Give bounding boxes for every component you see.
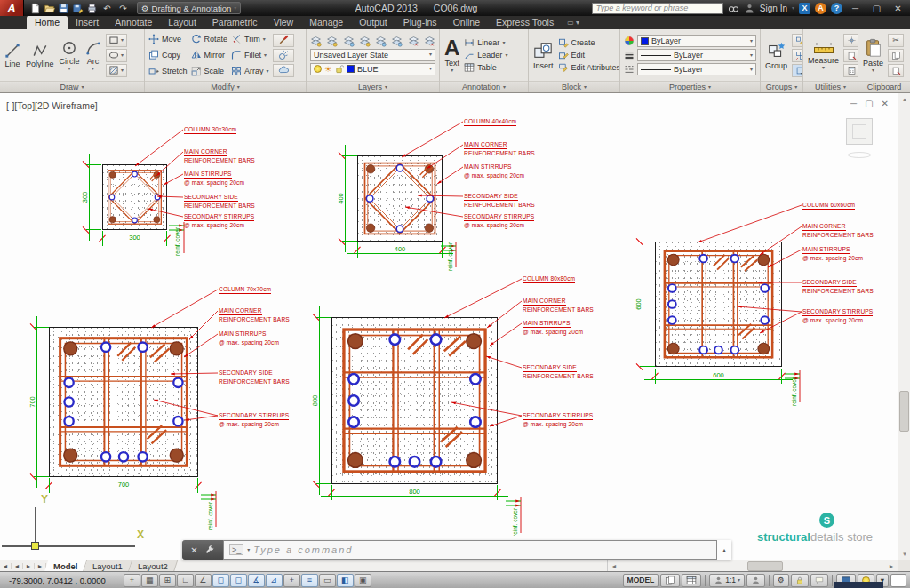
create-block-button[interactable]: Create — [558, 37, 619, 48]
scale-button[interactable]: Scale — [191, 63, 228, 79]
layer-lock-icon[interactable] — [375, 36, 387, 47]
ribbon-tab-annotate[interactable]: Annotate — [107, 16, 160, 29]
polar-tracking-toggle[interactable]: ∠ — [195, 574, 212, 587]
new-file-button[interactable] — [29, 3, 41, 14]
undo-button[interactable]: ↶ — [100, 2, 114, 14]
trim-button[interactable]: Trim▾ — [231, 31, 269, 47]
ribbon-tab-output[interactable]: Output — [351, 16, 395, 29]
panel-label-annotation[interactable]: Annotation▾ — [440, 81, 528, 92]
fillet-button[interactable]: Fillet▾ — [231, 47, 269, 63]
viewport-controls-label[interactable]: [-][Top][2D Wireframe] — [6, 100, 98, 111]
grid-display-toggle[interactable]: ⊞ — [159, 574, 176, 587]
object-snap-tracking-toggle[interactable]: ∡ — [248, 574, 265, 587]
circle-tool-button[interactable]: Circle▾ — [57, 30, 83, 80]
window-maximize-button[interactable]: ▢ — [868, 2, 885, 14]
clean-screen-button[interactable] — [890, 574, 906, 587]
tab-layout2[interactable]: Layout2 — [129, 560, 178, 572]
sign-in-caret-icon[interactable]: ▾ — [792, 6, 794, 11]
transparency-toggle[interactable]: ▭ — [319, 574, 336, 587]
quick-view-drawings-button[interactable] — [682, 574, 701, 587]
command-caret-icon[interactable]: ▾ — [247, 548, 250, 552]
window-close-button[interactable]: ✕ — [890, 2, 906, 14]
text-tool-button[interactable]: AText▾ — [442, 30, 462, 80]
table-button[interactable]: Table — [464, 62, 524, 73]
scroll-left-icon[interactable]: ◄ — [608, 563, 620, 569]
layer-dropdown[interactable]: ☀ BLUE ▾ — [310, 63, 435, 75]
explode-button[interactable] — [273, 64, 294, 77]
erase-button[interactable] — [273, 49, 294, 62]
workspace-switching-button[interactable]: ⚙ — [773, 574, 789, 587]
arc-tool-button[interactable]: Arc▾ — [83, 30, 104, 80]
vertical-scroll-thumb[interactable] — [899, 391, 909, 432]
tab-first-button[interactable]: ◄ — [0, 563, 12, 569]
stretch-button[interactable]: Stretch — [148, 63, 188, 79]
panel-label-modify[interactable]: Modify▾ — [145, 81, 306, 92]
snap-mode-toggle[interactable]: ▦ — [141, 574, 158, 587]
polyline-tool-button[interactable]: Polyline — [23, 30, 57, 80]
layer-freeze-icon[interactable] — [359, 36, 371, 47]
ribbon-tab-insert[interactable]: Insert — [68, 16, 107, 29]
linetype-dropdown[interactable]: ByLayer▾ — [637, 63, 756, 75]
move-button[interactable]: Move — [148, 31, 188, 47]
panel-label-clipboard[interactable]: Clipboard — [858, 81, 910, 92]
panel-label-groups[interactable]: Groups▾ — [761, 81, 802, 92]
workspace-switcher[interactable]: ⚙ Drafting & Annotation ▾ — [137, 2, 241, 14]
rectangle-tool-button[interactable]: ▾ — [106, 34, 127, 47]
lineweight-display-toggle[interactable]: ≡ — [301, 574, 318, 587]
layer-on-icon[interactable] — [314, 65, 322, 73]
panel-label-block[interactable]: Block▾ — [529, 81, 619, 92]
paste-button[interactable]: Paste▾ — [860, 30, 886, 80]
dynamic-ucs-toggle[interactable]: ⊿ — [266, 574, 283, 587]
group-edit-button[interactable] — [792, 34, 802, 47]
scroll-down-icon[interactable]: ▼ — [898, 548, 910, 560]
infer-constraints-toggle[interactable]: + — [124, 574, 140, 587]
tab-layout1[interactable]: Layout1 — [84, 560, 132, 572]
search-input[interactable]: Type a keyword or phrase — [592, 3, 723, 14]
autocad-logo-icon[interactable]: A — [0, 0, 24, 16]
doc-restore-icon[interactable]: ▢ — [865, 99, 873, 108]
dynamic-input-toggle[interactable]: + — [283, 574, 300, 587]
edit-block-button[interactable]: Edit — [558, 50, 619, 60]
panel-label-draw[interactable]: Draw▾ — [0, 81, 144, 92]
ribbon-tab-online[interactable]: Online — [445, 16, 488, 29]
hatch-tool-button[interactable]: ▾ — [106, 64, 127, 77]
circle-caret-icon[interactable]: ▾ — [68, 67, 71, 71]
exchange-apps-icon[interactable]: X — [799, 3, 810, 14]
layer-isolate-icon[interactable] — [343, 36, 355, 47]
match-properties-button[interactable] — [273, 34, 294, 47]
save-as-button[interactable] — [72, 3, 84, 14]
model-space-button[interactable]: MODEL — [623, 574, 659, 587]
ellipse-tool-button[interactable]: ▾ — [106, 49, 127, 62]
layer-walk-icon[interactable] — [408, 36, 419, 47]
coordinates-readout[interactable]: -79.3000, 7.0412 , 0.0000 — [4, 574, 111, 587]
layer-color-swatch[interactable] — [347, 65, 355, 73]
viewcube-compass[interactable] — [848, 152, 871, 158]
lineweight-icon[interactable] — [624, 50, 635, 60]
panel-label-layers[interactable]: Layers▾ — [307, 81, 439, 92]
panel-label-utilities[interactable]: Utilities▾ — [803, 81, 858, 92]
doc-close-icon[interactable]: ✕ — [882, 99, 889, 108]
layer-match-icon[interactable] — [424, 36, 435, 47]
tab-model[interactable]: Model — [44, 560, 88, 572]
point-style-button[interactable] — [843, 49, 858, 62]
toolbar-lock-button[interactable] — [791, 574, 809, 587]
command-customize-icon[interactable] — [204, 544, 215, 555]
autodesk-360-icon[interactable]: A — [815, 3, 826, 14]
drawing-canvas[interactable]: [-][Top][2D Wireframe] ─ ▢ ✕ COLUMN 30x3… — [0, 93, 898, 560]
3d-object-snap-toggle[interactable]: ◻ — [230, 574, 247, 587]
command-input[interactable]: >_ ▾ Type a command — [223, 540, 717, 560]
open-file-button[interactable] — [44, 3, 55, 14]
layer-state-dropdown[interactable]: Unsaved Layer State▾ — [310, 49, 435, 61]
linetype-icon[interactable] — [624, 64, 635, 75]
quick-calc-button[interactable] — [843, 64, 858, 77]
copy-clip-button[interactable] — [888, 49, 904, 62]
id-point-button[interactable] — [843, 34, 858, 47]
ungroup-button[interactable] — [792, 49, 802, 62]
arc-caret-icon[interactable]: ▾ — [92, 67, 94, 71]
help-icon[interactable]: ? — [831, 3, 842, 14]
leader-button[interactable]: Leader▾ — [464, 50, 524, 60]
ribbon-tab-layout[interactable]: Layout — [160, 16, 204, 29]
object-color-dropdown[interactable]: ByLayer▾ — [637, 35, 756, 47]
command-line[interactable]: ✕ >_ ▾ Type a command ▴ — [182, 540, 731, 560]
sign-in-button[interactable]: Sign In — [760, 4, 787, 13]
